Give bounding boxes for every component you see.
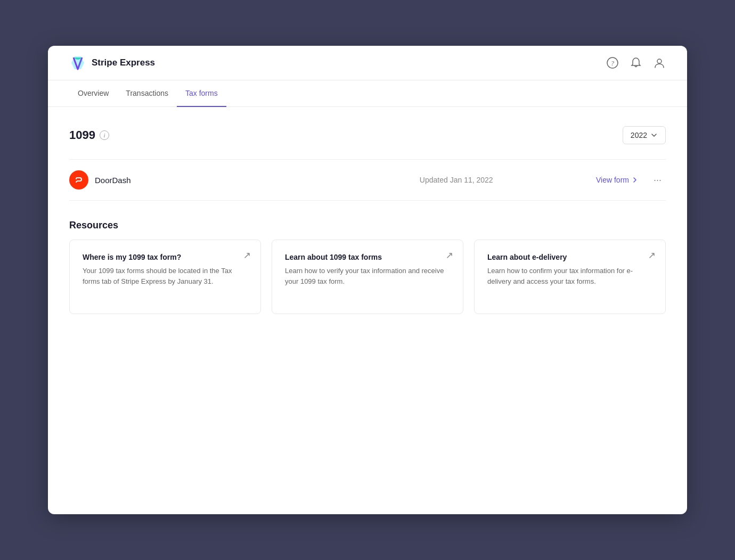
svg-point-3 xyxy=(657,59,662,63)
svg-text:?: ? xyxy=(611,60,614,67)
resource-card-0[interactable]: Where is my 1099 tax form? Your 1099 tax… xyxy=(69,240,261,314)
bell-icon[interactable] xyxy=(630,56,642,69)
card-2-title: Learn about e-delivery xyxy=(487,253,652,261)
card-0-title: Where is my 1099 tax form? xyxy=(83,253,248,261)
resources-cards: Where is my 1099 tax form? Your 1099 tax… xyxy=(69,240,666,314)
card-1-title: Learn about 1099 tax forms xyxy=(285,253,450,261)
nav-overview[interactable]: Overview xyxy=(69,80,117,107)
main-content: 1099 i 2022 Doo xyxy=(48,107,687,333)
card-0-desc: Your 1099 tax forms should be located in… xyxy=(83,266,248,286)
external-link-icon-1 xyxy=(446,252,453,261)
chevron-down-icon xyxy=(650,131,658,139)
app-header: Stripe Express ? xyxy=(48,46,687,80)
year-label: 2022 xyxy=(631,131,647,139)
user-icon[interactable] xyxy=(653,56,666,69)
nav-tax-forms[interactable]: Tax forms xyxy=(177,80,226,107)
company-info: DoorDash xyxy=(69,170,328,190)
card-2-desc: Learn how to confirm your tax informatio… xyxy=(487,266,652,286)
svg-point-4 xyxy=(74,175,84,185)
app-window: Stripe Express ? xyxy=(48,46,687,514)
header-icons: ? xyxy=(606,56,666,69)
view-form-label: View form xyxy=(596,176,629,184)
stripe-express-logo-icon xyxy=(69,54,86,71)
company-name: DoorDash xyxy=(95,176,131,185)
page-title: 1099 xyxy=(69,128,95,142)
resource-card-1[interactable]: Learn about 1099 tax forms Learn how to … xyxy=(272,240,463,314)
year-dropdown[interactable]: 2022 xyxy=(623,126,666,144)
logo-area: Stripe Express xyxy=(69,54,155,71)
more-options-button[interactable]: ··· xyxy=(649,172,666,188)
card-1-desc: Learn how to verify your tax information… xyxy=(285,266,450,286)
resource-card-2[interactable]: Learn about e-delivery Learn how to conf… xyxy=(474,240,666,314)
doordash-icon xyxy=(73,174,85,186)
info-icon[interactable]: i xyxy=(100,130,109,140)
chevron-right-icon xyxy=(631,176,639,184)
title-row: 1099 i 2022 xyxy=(69,126,666,144)
view-form-button[interactable]: View form xyxy=(585,176,649,184)
tax-form-row: DoorDash Updated Jan 11, 2022 View form … xyxy=(69,159,666,201)
doordash-logo xyxy=(69,170,88,190)
help-icon[interactable]: ? xyxy=(606,56,619,69)
resources-title: Resources xyxy=(69,220,666,231)
logo-text: Stripe Express xyxy=(92,57,155,68)
main-nav: Overview Transactions Tax forms xyxy=(48,80,687,107)
external-link-icon-2 xyxy=(648,252,656,261)
title-left: 1099 i xyxy=(69,128,109,142)
external-link-icon-0 xyxy=(243,252,251,261)
updated-date: Updated Jan 11, 2022 xyxy=(328,176,586,184)
nav-transactions[interactable]: Transactions xyxy=(117,80,177,107)
